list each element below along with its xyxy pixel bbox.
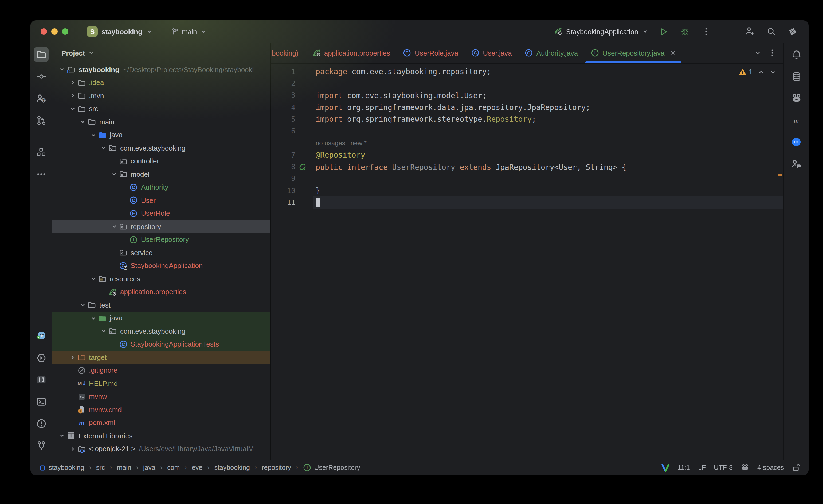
code-line-3[interactable]: import com.eve.staybooking.model.User; [314, 90, 784, 102]
code-line-10[interactable]: } [314, 185, 784, 197]
breadcrumb-item[interactable]: staybooking [39, 464, 84, 471]
run-configuration-selector[interactable]: StaybookingApplication [554, 27, 648, 36]
kebab-menu-icon[interactable] [700, 25, 712, 38]
breadcrumb-item[interactable]: src [96, 464, 105, 471]
tree-item-staybookingapplicationtests[interactable]: C StaybookingApplicationTests [52, 338, 270, 351]
inspection-widget[interactable]: 1 [738, 68, 776, 76]
chevron-down-icon[interactable] [89, 132, 98, 138]
tabs-chevron-down-icon[interactable] [755, 50, 761, 56]
tab-booking-[interactable]: booking) [271, 43, 306, 63]
code-line-7[interactable]: @Repository [314, 149, 784, 161]
tree-item-src[interactable]: src [52, 102, 270, 115]
tree-item-main[interactable]: main [52, 115, 270, 128]
chevron-right-icon[interactable] [68, 93, 76, 99]
chevron-down-icon[interactable] [99, 145, 108, 151]
chevron-down-icon[interactable] [78, 302, 87, 308]
chevron-right-icon[interactable] [68, 354, 76, 361]
project-widget[interactable]: S staybooking [87, 26, 153, 37]
code-line-4[interactable]: import org.springframework.data.jpa.repo… [314, 102, 784, 114]
tree-item-external-libraries[interactable]: External Libraries [52, 429, 270, 442]
code-line-9[interactable] [314, 173, 784, 185]
user-question-icon[interactable]: ? [34, 91, 49, 106]
line-ending[interactable]: LF [698, 464, 706, 471]
structure-icon[interactable] [34, 145, 49, 160]
run-button[interactable] [657, 25, 670, 38]
tree-item-model[interactable]: model [52, 168, 270, 181]
minimize-window-button[interactable] [51, 28, 58, 35]
pull-request-icon[interactable] [34, 113, 49, 128]
caret-position[interactable]: 11:1 [677, 464, 690, 471]
chevron-down-icon[interactable] [99, 328, 108, 334]
user-chat-icon[interactable] [789, 156, 804, 171]
file-encoding[interactable]: UTF-8 [714, 464, 733, 471]
editor-code-pane[interactable]: package com.eve.staybooking.repository;i… [314, 63, 784, 460]
ai-assistant-status-icon[interactable] [741, 464, 749, 472]
breadcrumb-item[interactable]: repository [262, 464, 291, 471]
tree-item-test[interactable]: test [52, 299, 270, 312]
code-with-me-user-add-icon[interactable] [744, 25, 756, 38]
tabs-kebab-menu-icon[interactable] [769, 48, 776, 57]
tree-item-staybooking[interactable]: staybooking~/Desktop/Projects/StayBookin… [52, 63, 270, 76]
project-folder-icon[interactable] [34, 47, 49, 62]
chevron-right-icon[interactable] [68, 446, 76, 452]
breadcrumb-item[interactable]: com [167, 464, 180, 471]
tree-item-com.eve.staybooking[interactable]: com.eve.staybooking [52, 325, 270, 338]
code-line-5[interactable]: import org.springframework.stereotype.Re… [314, 113, 784, 125]
tree-item-pom.xml[interactable]: m pom.xml [52, 416, 270, 429]
close-tab-icon[interactable] [670, 50, 676, 56]
commit-icon[interactable] [34, 69, 49, 84]
chevron-down-icon[interactable] [110, 223, 118, 230]
tree-item-application.properties[interactable]: application.properties [52, 285, 270, 299]
tree-item-controller[interactable]: controller [52, 155, 270, 168]
tab-userrole.java[interactable]: EUserRole.java [396, 43, 465, 63]
zoom-window-button[interactable] [62, 28, 68, 35]
tree-item-java[interactable]: java [52, 312, 270, 325]
code-line-6[interactable] [314, 125, 784, 137]
unlock-icon[interactable] [792, 464, 800, 472]
tree-item-staybookingapplication[interactable]: C StaybookingApplication [52, 259, 270, 272]
tree-item-userrepository[interactable]: I UserRepository [52, 233, 270, 246]
tab-application.properties[interactable]: application.properties [306, 43, 396, 63]
debug-button[interactable] [678, 25, 691, 38]
tree-item-java[interactable]: java [52, 128, 270, 142]
chevron-down-icon[interactable] [58, 66, 66, 73]
tree-item-resources[interactable]: resources [52, 272, 270, 285]
tree-item-userrole[interactable]: E UserRole [52, 207, 270, 220]
tree-item-.idea[interactable]: .idea [52, 76, 270, 89]
inlay-hint[interactable]: no usages new * [314, 137, 784, 149]
indent-setting[interactable]: 4 spaces [757, 464, 784, 471]
breadcrumb-item[interactable]: staybooking [214, 464, 250, 471]
code-line-8[interactable]: public interface UserRepository extends … [314, 161, 784, 173]
breadcrumb-item[interactable]: main [117, 464, 131, 471]
database-icon[interactable] [789, 69, 804, 84]
chevron-down-icon[interactable] [89, 276, 98, 282]
project-panel-header[interactable]: Project [52, 43, 270, 63]
terminal-icon[interactable] [34, 394, 49, 409]
tree-item-authority[interactable]: C Authority [52, 181, 270, 194]
problems-icon[interactable] [34, 416, 49, 431]
code-line-11[interactable] [314, 197, 784, 209]
scrollbar-warning-marker[interactable] [778, 174, 782, 176]
chat-blue-icon[interactable] [789, 135, 804, 150]
tree-item-target[interactable]: target [52, 351, 270, 364]
tree-item-help.md[interactable]: M HELP.md [52, 377, 270, 390]
tree-item-repository[interactable]: repository [52, 220, 270, 233]
breadcrumb-item[interactable]: java [143, 464, 155, 471]
brackets-icon[interactable] [34, 372, 49, 387]
tree-item-mvnw.cmd[interactable]: mvnw.cmd [52, 403, 270, 416]
git-branch-icon[interactable] [34, 438, 49, 453]
breadcrumb-item[interactable]: eve [192, 464, 202, 471]
tree-item-.gitignore[interactable]: .gitignore [52, 364, 270, 377]
tab-userrepository.java[interactable]: IUserRepository.java [584, 43, 682, 63]
v-logo-icon[interactable] [661, 464, 669, 472]
spring-bean-gutter-icon[interactable] [298, 163, 306, 171]
chevron-down-icon[interactable] [58, 433, 66, 439]
tree-item-user[interactable]: C User [52, 194, 270, 207]
code-line-1[interactable]: package com.eve.staybooking.repository; [314, 66, 784, 78]
chevron-down-icon[interactable] [89, 315, 98, 321]
plugin-shield-icon[interactable] [34, 328, 49, 343]
chevron-down-icon[interactable] [110, 171, 118, 178]
chevron-down-icon[interactable] [68, 106, 76, 112]
close-window-button[interactable] [41, 28, 47, 35]
maven-icon[interactable]: m [789, 113, 804, 128]
